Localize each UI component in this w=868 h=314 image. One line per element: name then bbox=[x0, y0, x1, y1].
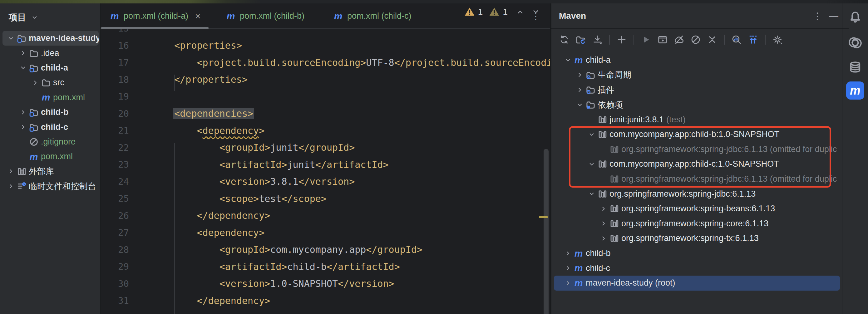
tree-item-child-c[interactable]: child-c bbox=[2, 120, 99, 134]
code-line-29[interactable]: 29 <artifactId>child-b</artifactId> bbox=[100, 258, 550, 275]
tree-item-dep-spring-beans[interactable]: org.springframework:spring-beans:6.1.13 bbox=[554, 201, 840, 216]
skip-tests-button[interactable] bbox=[690, 34, 702, 45]
code-line-16[interactable]: 16 <properties> bbox=[100, 37, 550, 54]
run-maven-goal-button[interactable] bbox=[640, 34, 652, 45]
tree-item-dep-child-b-spring-jdbc-omitted[interactable]: org.springframework:spring-jdbc:6.1.13 (… bbox=[554, 142, 840, 157]
warning-icon[interactable] bbox=[464, 6, 475, 17]
code-line-28[interactable]: 28 <groupId>com.mycompany.app</groupId> bbox=[100, 241, 550, 258]
chevron-right-icon[interactable] bbox=[575, 85, 585, 95]
code-line-23[interactable]: 23 <artifactId>junit</artifactId> bbox=[100, 156, 550, 173]
expand-all-button[interactable] bbox=[747, 34, 759, 45]
dependency-analyzer-button[interactable] bbox=[731, 34, 742, 45]
tree-item-child-b[interactable]: child-b bbox=[2, 105, 99, 120]
maven-options-kebab-icon[interactable]: ⋮ bbox=[810, 8, 825, 24]
chevron-right-icon[interactable] bbox=[30, 78, 40, 87]
add-maven-project-button[interactable] bbox=[616, 34, 628, 45]
code-line-21[interactable]: 21 <dependency> bbox=[100, 122, 550, 139]
tree-item-pom-xml-root[interactable]: mpom.xml bbox=[2, 149, 99, 164]
code-line-22[interactable]: 22 <groupId>junit</groupId> bbox=[100, 139, 550, 156]
warning-stripe-mark[interactable] bbox=[539, 216, 548, 218]
notifications-bell-icon[interactable] bbox=[848, 10, 862, 24]
maven-settings-button[interactable] bbox=[772, 34, 783, 45]
tree-item-module-child-b[interactable]: mchild-b bbox=[554, 246, 840, 261]
tree-item-idea-folder[interactable]: .idea bbox=[2, 45, 99, 60]
editor-scrollbar[interactable] bbox=[544, 149, 549, 314]
mute-button[interactable] bbox=[706, 34, 718, 45]
tab-pom-xml-child-c[interactable]: m pom.xml (child-c) bbox=[325, 3, 411, 29]
inspections-widget[interactable]: 1 1 bbox=[464, 6, 542, 17]
tree-item-module-child-a[interactable]: mchild-a bbox=[554, 53, 840, 68]
chevron-right-icon[interactable] bbox=[18, 49, 28, 58]
chevron-right-icon[interactable] bbox=[6, 182, 16, 191]
code-line-26[interactable]: 26 </dependency> bbox=[100, 207, 550, 224]
chevron-down-icon[interactable] bbox=[6, 34, 16, 43]
tree-item-dependencies[interactable]: 依赖项 bbox=[554, 97, 840, 113]
chevron-down-icon[interactable] bbox=[586, 189, 597, 198]
toggle-offline-mode-button[interactable] bbox=[673, 34, 685, 45]
tree-item-src[interactable]: src bbox=[2, 75, 99, 90]
code-line-27[interactable]: 27 <dependency> bbox=[100, 224, 550, 241]
tree-item-dep-spring-tx[interactable]: org.springframework:spring-tx:6.1.13 bbox=[554, 231, 840, 246]
tab-pom-xml-child-a[interactable]: m pom.xml (child-a) × bbox=[100, 3, 209, 29]
tree-item-module-root[interactable]: mmaven-idea-study (root) bbox=[554, 276, 840, 291]
chevron-down-icon[interactable] bbox=[18, 63, 28, 72]
chevron-right-icon[interactable] bbox=[575, 70, 585, 80]
code-line-32[interactable]: 32 <dependency> bbox=[100, 309, 550, 314]
minimize-tool-window-icon[interactable]: — bbox=[826, 8, 841, 24]
tree-item-scratches-and-consoles[interactable]: 临时文件和控制台 bbox=[2, 179, 99, 193]
tree-item-dep-child-c-spring-jdbc-omitted[interactable]: org.springframework:spring-jdbc:6.1.13 (… bbox=[554, 172, 840, 187]
tree-item-dep-spring-core[interactable]: org.springframework:spring-core:6.1.13 bbox=[554, 216, 840, 231]
code-line-24[interactable]: 24 <version>3.8.1</version> bbox=[100, 173, 550, 190]
tree-item-dep-child-b[interactable]: com.mycompany.app:child-b:1.0-SNAPSHOT bbox=[554, 127, 840, 142]
database-icon[interactable] bbox=[848, 60, 862, 74]
chevron-right-icon[interactable] bbox=[563, 249, 573, 258]
tree-item-plugins[interactable]: 插件 bbox=[554, 83, 840, 97]
previous-problem-icon[interactable] bbox=[514, 6, 526, 17]
tree-item-pom-xml-child-a[interactable]: mpom.xml bbox=[2, 90, 99, 105]
project-view-header[interactable]: 项目 bbox=[0, 3, 100, 23]
generate-sources-button[interactable] bbox=[575, 34, 587, 45]
code-line-17[interactable]: 17 <project.build.sourceEncoding>UTF-8</… bbox=[100, 54, 550, 71]
code-line-15[interactable]: 15 bbox=[100, 29, 550, 37]
chevron-right-icon[interactable] bbox=[598, 234, 609, 243]
chevron-right-icon[interactable] bbox=[563, 278, 573, 288]
tree-item-dep-spring-jdbc[interactable]: org.springframework:spring-jdbc:6.1.13 bbox=[554, 186, 840, 201]
maven-tool-window-button[interactable]: m bbox=[846, 82, 864, 100]
tree-item-dep-child-c[interactable]: com.mycompany.app:child-c:1.0-SNAPSHOT bbox=[554, 157, 840, 172]
chevron-right-icon[interactable] bbox=[18, 122, 28, 132]
code-line-30[interactable]: 30 <version>1.0-SNAPSHOT</version> bbox=[100, 275, 550, 292]
code-line-20[interactable]: 20 <dependencies> bbox=[100, 105, 550, 122]
code-line-31[interactable]: 31 </dependency> bbox=[100, 292, 550, 309]
code-line-19[interactable]: 19 bbox=[100, 88, 550, 105]
chevron-down-icon[interactable] bbox=[586, 130, 597, 139]
chevron-down-icon[interactable] bbox=[29, 13, 40, 22]
execute-maven-goal-button[interactable] bbox=[657, 34, 669, 45]
tree-item-label: com.mycompany.app:child-c:1.0-SNAPSHOT bbox=[610, 159, 779, 169]
tree-item-lifecycle[interactable]: 生命周期 bbox=[554, 68, 840, 83]
tree-item-module-child-c[interactable]: mchild-c bbox=[554, 261, 840, 276]
ai-assistant-icon[interactable] bbox=[848, 36, 862, 50]
tree-item-external-libraries[interactable]: 外部库 bbox=[2, 164, 99, 179]
code-editor[interactable]: 1516 <properties>17 <project.build.sourc… bbox=[100, 29, 550, 314]
chevron-right-icon[interactable] bbox=[563, 263, 573, 273]
chevron-down-icon[interactable] bbox=[586, 159, 597, 169]
code-line-25[interactable]: 25 <scope>test</scope> bbox=[100, 190, 550, 207]
close-tab-icon[interactable]: × bbox=[195, 11, 201, 21]
chevron-spacer bbox=[598, 175, 609, 184]
chevron-right-icon[interactable] bbox=[598, 204, 609, 214]
tree-item-gitignore[interactable]: .gitignore bbox=[2, 134, 99, 149]
reload-all-maven-projects-button[interactable] bbox=[558, 34, 570, 45]
code-line-18[interactable]: 18 </properties> bbox=[100, 71, 550, 88]
weak-warning-icon[interactable] bbox=[489, 6, 500, 17]
chevron-right-icon[interactable] bbox=[18, 108, 28, 117]
chevron-down-icon[interactable] bbox=[575, 100, 585, 109]
tab-pom-xml-child-b[interactable]: m pom.xml (child-b) bbox=[217, 3, 304, 29]
chevron-right-icon[interactable] bbox=[598, 219, 609, 228]
tree-item-root-maven-idea-study[interactable]: maven-idea-study bbox=[2, 31, 99, 45]
chevron-right-icon[interactable] bbox=[6, 167, 16, 176]
next-problem-icon[interactable] bbox=[530, 6, 542, 17]
tree-item-child-a[interactable]: child-a bbox=[2, 61, 99, 75]
download-sources-button[interactable] bbox=[591, 34, 603, 45]
tree-item-dep-junit[interactable]: junit:junit:3.8.1 (test) bbox=[554, 112, 840, 127]
chevron-down-icon[interactable] bbox=[563, 56, 573, 65]
